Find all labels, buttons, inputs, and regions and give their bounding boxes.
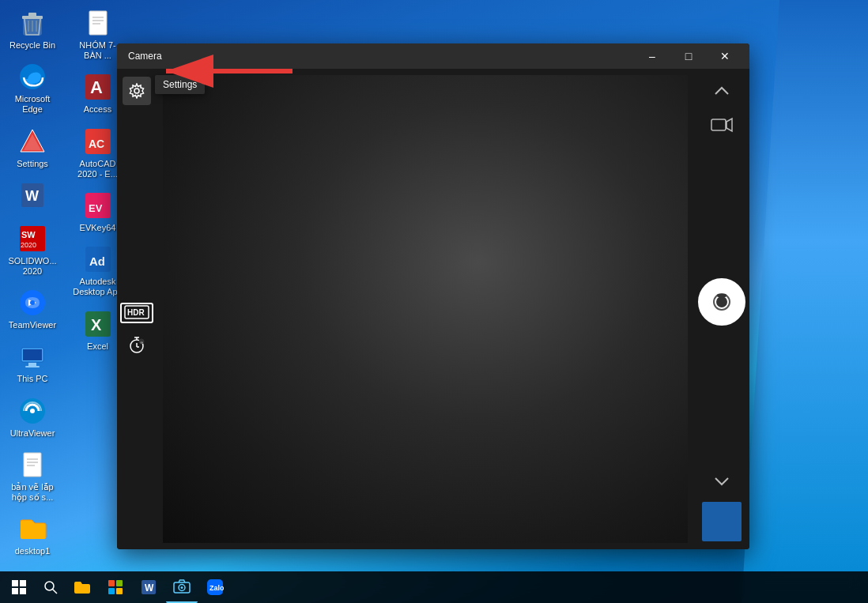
svg-text:Zalo: Zalo <box>209 584 224 592</box>
desktop-icon-word[interactable]: W <box>4 176 61 216</box>
desktop-icon-teamviewer[interactable]: TeamViewer <box>4 284 61 334</box>
video-icon <box>711 117 733 133</box>
excel-label: Excel <box>87 341 108 352</box>
thispc-icon <box>17 341 48 372</box>
camera-view <box>163 75 688 543</box>
svg-rect-67 <box>108 580 115 586</box>
evkey-label: EVKey64 <box>80 223 116 233</box>
svg-text:X: X <box>91 316 102 334</box>
edge-icon <box>17 61 48 92</box>
video-mode-button[interactable] <box>708 113 736 137</box>
svg-text:AC: AC <box>89 138 104 150</box>
gear-icon <box>129 83 145 99</box>
start-button[interactable] <box>3 571 35 603</box>
svg-rect-19 <box>28 363 36 366</box>
taskbar-store[interactable] <box>100 571 131 603</box>
desktop-icon-banve[interactable]: bản vẽ lắp hộp số s... <box>4 446 61 506</box>
svg-rect-69 <box>108 588 115 594</box>
thispc-label: This PC <box>17 374 47 384</box>
recycle-bin-label: Recycle Bin <box>9 40 55 51</box>
taskbar-file-explorer[interactable] <box>66 571 98 603</box>
camera-right-top <box>708 77 736 137</box>
evkey-icon: EV <box>82 190 114 221</box>
autodesk-icon: Ad <box>82 243 114 275</box>
svg-rect-63 <box>12 588 18 594</box>
word-taskbar-icon: W <box>140 579 157 596</box>
svg-text:∞: ∞ <box>141 340 144 345</box>
solidworks-icon: SW 2020 <box>17 223 48 254</box>
camera-sidebar: Settings HDR <box>117 69 157 549</box>
svg-text:EV: EV <box>89 202 103 214</box>
desktop-icon-edge[interactable]: Microsoft Edge <box>4 58 61 118</box>
settings-button[interactable] <box>123 77 151 105</box>
desktop1-label: desktop1 <box>15 546 51 556</box>
desktop-icon-solidworks[interactable]: SW 2020 SOLIDWO... 2020 <box>4 220 61 280</box>
taskbar-word[interactable]: W <box>133 571 164 603</box>
svg-point-75 <box>181 586 183 589</box>
chevron-up-button[interactable] <box>708 77 736 105</box>
svg-rect-61 <box>12 580 18 586</box>
teamviewer-label: TeamViewer <box>9 320 56 330</box>
zalo-icon: Zalo <box>206 579 224 596</box>
desktop-icon-ultraviewer[interactable]: UltraViewer <box>4 392 61 442</box>
arch-label: Settings <box>17 159 48 169</box>
svg-text:SW: SW <box>21 230 36 239</box>
start-icon <box>11 579 27 595</box>
excel-icon: X <box>82 308 114 340</box>
svg-point-16 <box>30 300 35 305</box>
desktop-icon-arch[interactable]: Settings <box>4 122 61 172</box>
camera-window: Camera – □ ✕ Settings <box>117 43 749 549</box>
search-button[interactable] <box>36 571 65 603</box>
svg-point-65 <box>45 582 54 590</box>
taskbar: W Zalo <box>0 571 868 603</box>
teamviewer-icon <box>17 287 48 318</box>
svg-point-57 <box>716 296 727 307</box>
capture-button[interactable] <box>698 278 745 326</box>
taskbar-zalo[interactable]: Zalo <box>199 571 231 603</box>
camera-shutter-icon <box>711 291 733 313</box>
file-explorer-icon <box>74 580 91 594</box>
timer-icon: ∞ <box>127 336 146 355</box>
recycle-bin-icon <box>17 7 48 39</box>
solidworks-label: SOLIDWO... 2020 <box>7 256 58 277</box>
nhom7-icon <box>82 7 114 39</box>
autocad-label: AutoCAD 2020 - E... <box>73 159 123 179</box>
desktop-icons-container: Recycle Bin Microsoft Edge Settings <box>4 4 130 565</box>
chevron-down-button[interactable] <box>708 467 736 496</box>
svg-rect-54 <box>711 119 726 130</box>
window-controls: – □ ✕ <box>634 43 743 69</box>
minimize-button[interactable]: – <box>634 43 670 69</box>
desktop-icon-desktop1[interactable]: desktop1 <box>4 510 61 560</box>
svg-rect-68 <box>116 580 123 586</box>
camera-taskbar-icon <box>173 579 191 594</box>
close-button[interactable]: ✕ <box>707 43 743 69</box>
taskbar-camera[interactable] <box>166 571 198 603</box>
maximize-button[interactable]: □ <box>670 43 707 69</box>
chevron-down-icon <box>714 477 730 486</box>
camera-title: Camera <box>123 51 162 62</box>
svg-rect-24 <box>24 453 41 477</box>
svg-text:HDR: HDR <box>127 308 145 317</box>
store-icon <box>108 579 123 595</box>
nhom7-label: NHÓM 7-BÀN ... <box>73 40 123 61</box>
camera-viewfinder <box>163 75 688 543</box>
svg-rect-2 <box>28 13 36 17</box>
timer-button[interactable]: ∞ <box>123 331 151 360</box>
camera-body: Settings HDR <box>117 69 749 549</box>
desktop-icon-recycle-bin[interactable]: Recycle Bin <box>4 4 61 54</box>
desktop: Recycle Bin Microsoft Edge Settings <box>0 0 868 603</box>
camera-right-controls <box>694 69 749 549</box>
svg-marker-55 <box>726 119 732 131</box>
svg-line-66 <box>53 590 58 594</box>
svg-rect-62 <box>20 580 26 586</box>
svg-rect-29 <box>89 11 107 35</box>
photo-thumbnail[interactable] <box>702 502 742 541</box>
hdr-svg: HDR <box>124 305 149 319</box>
camera-titlebar: Camera – □ ✕ <box>117 43 749 69</box>
desktop-icon-thispc[interactable]: This PC <box>4 337 61 387</box>
access-icon: A <box>82 71 114 103</box>
svg-rect-58 <box>717 294 726 297</box>
svg-point-23 <box>30 409 35 413</box>
hdr-button[interactable]: HDR <box>123 299 151 327</box>
desktop1-icon <box>17 513 48 545</box>
